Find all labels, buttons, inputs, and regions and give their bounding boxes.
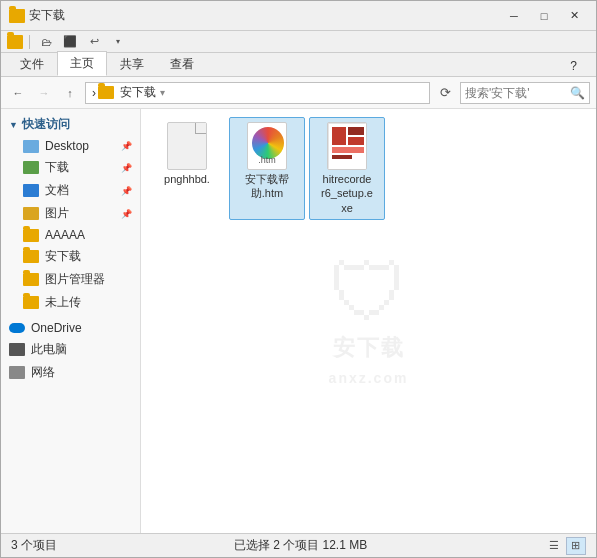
path-folder-icon — [98, 86, 114, 99]
title-bar-controls: ─ □ ✕ — [500, 5, 588, 27]
folder-icon-not-uploaded — [23, 296, 39, 309]
exe-file-icon — [327, 122, 367, 170]
downloads-icon — [23, 161, 39, 174]
pin-icon-documents: 📌 — [121, 186, 132, 196]
maximize-button[interactable]: □ — [530, 5, 558, 27]
qt-new-folder-btn[interactable]: 🗁 — [36, 33, 56, 51]
sidebar-item-desktop[interactable]: Desktop 📌 — [1, 136, 140, 156]
tab-home[interactable]: 主页 — [57, 51, 107, 76]
sidebar-item-label-desktop: Desktop — [45, 139, 89, 153]
file-thumb-pnghhbd — [163, 122, 211, 170]
sidebar-item-label-downloads: 下载 — [45, 159, 69, 176]
path-dropdown-arrow[interactable]: ▾ — [160, 87, 165, 98]
file-item-exe[interactable]: hitrecorder6_setup.exe — [309, 117, 385, 220]
sidebar-item-label-thispc: 此电脑 — [31, 341, 67, 358]
help-button[interactable]: ? — [557, 55, 590, 76]
back-button[interactable]: ← — [7, 82, 29, 104]
pin-icon-pictures: 📌 — [121, 209, 132, 219]
main-content: ▼ 快速访问 Desktop 📌 下载 📌 文档 📌 图片 📌 — [1, 109, 596, 533]
watermark: 🛡 安下载 anxz.com — [329, 253, 409, 389]
close-button[interactable]: ✕ — [560, 5, 588, 27]
sidebar-item-label-not-uploaded: 未上传 — [45, 294, 81, 311]
file-area[interactable]: 🛡 安下载 anxz.com pnghhbd. .htm — [141, 109, 596, 533]
tab-share[interactable]: 共享 — [107, 52, 157, 76]
selected-info: 已选择 2 个项目 12.1 MB — [234, 537, 367, 554]
address-bar: ← → ↑ › 安下载 ▾ ⟳ 🔍 — [1, 77, 596, 109]
file-label-htm: 安下载帮助.htm — [245, 172, 289, 201]
sidebar-item-downloads[interactable]: 下载 📌 — [1, 156, 140, 179]
refresh-button[interactable]: ⟳ — [434, 82, 456, 104]
window-folder-icon — [9, 9, 25, 23]
view-controls: ☰ ⊞ — [544, 537, 586, 555]
title-bar: 安下载 ─ □ ✕ — [1, 1, 596, 31]
file-thumb-htm: .htm — [243, 122, 291, 170]
window-title: 安下载 — [29, 7, 65, 24]
sidebar-item-label-pictures: 图片 — [45, 205, 69, 222]
sidebar-item-label-pic-manager: 图片管理器 — [45, 271, 105, 288]
search-box[interactable]: 🔍 — [460, 82, 590, 104]
documents-icon — [23, 184, 39, 197]
address-path[interactable]: › 安下载 ▾ — [85, 82, 430, 104]
qt-properties-btn[interactable]: ⬛ — [60, 33, 80, 51]
qt-undo-btn[interactable]: ↩ — [84, 33, 104, 51]
sidebar-item-label-anzaiload: 安下载 — [45, 248, 81, 265]
watermark-shield-icon: 🛡 — [329, 253, 409, 333]
sidebar-item-label-network: 网络 — [31, 364, 55, 381]
minimize-button[interactable]: ─ — [500, 5, 528, 27]
sidebar-item-label-aaaaa: AAAAA — [45, 228, 85, 242]
file-label-exe: hitrecorder6_setup.exe — [321, 172, 373, 215]
sidebar-item-label-onedrive: OneDrive — [31, 321, 82, 335]
svg-rect-4 — [332, 147, 364, 153]
sidebar-item-pictures[interactable]: 图片 📌 — [1, 202, 140, 225]
quick-access-arrow: ▼ — [9, 120, 18, 130]
sidebar-item-pic-manager[interactable]: 图片管理器 — [1, 268, 140, 291]
path-arrow: › — [92, 86, 96, 100]
sidebar-item-documents[interactable]: 文档 📌 — [1, 179, 140, 202]
search-input[interactable] — [465, 86, 568, 100]
svg-rect-3 — [348, 137, 364, 145]
qt-separator — [29, 35, 30, 49]
title-bar-left: 安下载 — [9, 7, 65, 24]
folder-icon-aaaaa — [23, 229, 39, 242]
up-button[interactable]: ↑ — [59, 82, 81, 104]
forward-button: → — [33, 82, 55, 104]
onedrive-icon — [9, 323, 25, 333]
watermark-text: 安下载 anxz.com — [329, 333, 409, 389]
sidebar-item-onedrive[interactable]: OneDrive — [1, 318, 140, 338]
pin-icon-desktop: 📌 — [121, 141, 132, 151]
pin-icon-downloads: 📌 — [121, 163, 132, 173]
quick-access-toolbar: 🗁 ⬛ ↩ ▾ — [1, 31, 596, 53]
sidebar: ▼ 快速访问 Desktop 📌 下载 📌 文档 📌 图片 📌 — [1, 109, 141, 533]
list-view-btn[interactable]: ☰ — [544, 537, 564, 555]
status-bar: 3 个项目 已选择 2 个项目 12.1 MB ☰ ⊞ — [1, 533, 596, 557]
sidebar-item-aaaaa[interactable]: AAAAA — [1, 225, 140, 245]
grid-view-btn[interactable]: ⊞ — [566, 537, 586, 555]
items-count: 3 个项目 — [11, 537, 57, 554]
sidebar-item-not-uploaded[interactable]: 未上传 — [1, 291, 140, 314]
sidebar-item-network[interactable]: 网络 — [1, 361, 140, 384]
path-segment-root: › — [92, 86, 96, 100]
sidebar-item-this-pc[interactable]: 此电脑 — [1, 338, 140, 361]
desktop-icon — [23, 140, 39, 153]
htm-file-icon: .htm — [247, 122, 287, 170]
file-item-pnghhbd[interactable]: pnghhbd. — [149, 117, 225, 220]
generic-file-icon — [167, 122, 207, 170]
computer-icon — [9, 343, 25, 356]
ribbon-tabs: 文件 主页 共享 查看 ? — [1, 53, 596, 77]
network-icon — [9, 366, 25, 379]
file-item-htm[interactable]: .htm 安下载帮助.htm — [229, 117, 305, 220]
qt-dropdown-btn[interactable]: ▾ — [108, 33, 128, 51]
tab-view[interactable]: 查看 — [157, 52, 207, 76]
pictures-icon — [23, 207, 39, 220]
sidebar-item-anzaiload[interactable]: 安下载 — [1, 245, 140, 268]
file-label-pnghhbd: pnghhbd. — [164, 172, 210, 186]
qt-folder-icon — [7, 35, 23, 49]
quick-access-header[interactable]: ▼ 快速访问 — [1, 113, 140, 136]
svg-rect-1 — [332, 127, 346, 145]
tab-file[interactable]: 文件 — [7, 52, 57, 76]
path-segment-folder: 安下载 ▾ — [98, 84, 165, 101]
svg-rect-2 — [348, 127, 364, 135]
svg-rect-5 — [332, 155, 352, 159]
folder-icon-anzaiload — [23, 250, 39, 263]
quick-access-label: 快速访问 — [22, 116, 70, 133]
